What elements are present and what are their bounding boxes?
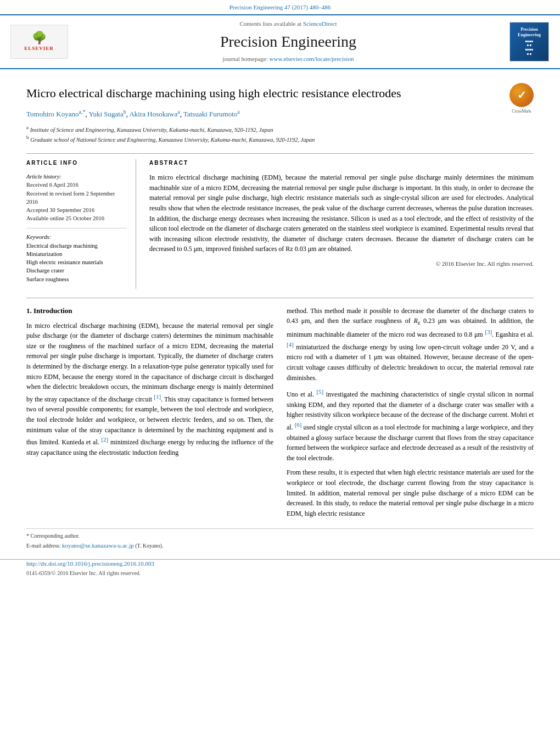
article-info-column: Article Info Article history: Received 6… [26,159,136,289]
article-footer: http://dx.doi.org/10.1016/j.precisioneng… [0,559,560,583]
email-note: E-mail address: koyano@se.kanazawa-u.ac.… [0,542,560,550]
intro-heading: 1. Introduction [26,306,273,316]
elsevier-label: ELSEVIER [24,45,54,52]
author-3: Akira Hosokawa [129,110,177,118]
affiliation-b: b Graduate school of National Science an… [26,134,534,144]
accepted-date: Accepted 30 September 2016 [26,206,127,214]
keywords-group: Keywords: Electrical discharge machining… [26,233,127,283]
article-body: ✓ CrossMark Micro electrical discharge m… [0,69,560,528]
crossmark-badge[interactable]: ✓ CrossMark [509,83,534,107]
article-title: Micro electrical discharge machining usi… [26,86,411,102]
abstract-section: Abstract In micro electrical discharge m… [149,159,534,289]
received-date: Received 6 April 2016 [26,181,127,189]
journal-reference: Precision Engineering 47 (2017) 480–486 [0,0,560,14]
crossmark-label: CrossMark [509,108,534,115]
abstract-label: Abstract [149,159,534,168]
right-column: method. This method made it possible to … [287,306,534,523]
info-abstract-section: Article Info Article history: Received 6… [26,153,534,289]
corresponding-author-note: * Corresponding author. [0,532,560,540]
email-link[interactable]: koyano@se.kanazawa-u.ac.jp [62,542,134,549]
affiliations: a Institute of Science and Engineering, … [26,124,534,144]
homepage-link[interactable]: www.elsevier.com/locate/precision [270,55,354,62]
journal-title: Precision Engineering [75,31,502,53]
keyword-5: Surface roughness [26,275,127,283]
keyword-2: Miniaturization [26,250,127,258]
intro-para-2: method. This method made it possible to … [287,306,534,383]
article-info-label: Article Info [26,159,127,168]
main-body-columns: 1. Introduction In micro electrical disc… [26,306,534,523]
doi-line: http://dx.doi.org/10.1016/j.precisioneng… [26,560,534,568]
author-4: Tatsuaki Furumoto [183,110,237,118]
keywords-label: Keywords: [26,233,127,241]
keyword-3: High electric resistance materials [26,258,127,266]
elsevier-logo-image: 🌳 ELSEVIER [10,25,68,59]
left-column: 1. Introduction In micro electrical disc… [26,306,273,523]
affiliation-a: a Institute of Science and Engineering, … [26,124,534,134]
homepage-line: journal homepage: www.elsevier.com/locat… [75,55,502,64]
contents-line: Contents lists available at ScienceDirec… [75,20,502,29]
pe-logo: PrecisionEngineering ■■■■■ ■■■■■■ ■ [509,22,549,62]
author-2: Yuki Sugata [88,110,123,118]
article-history: Article history: Received 6 April 2016 R… [26,172,127,222]
footer-rule [26,528,534,529]
section-divider [26,298,534,298]
journal-header: 🌳 ELSEVIER Contents lists available at S… [0,14,560,69]
received-revised-date: Received in revised form 2 September 201… [26,189,127,206]
crossmark-icon: ✓ [509,83,534,107]
intro-para-1: In micro electrical discharge machining … [26,321,273,458]
doi-link[interactable]: http://dx.doi.org/10.1016/j.precisioneng… [26,560,154,567]
keyword-4: Discharge crater [26,266,127,275]
abstract-copyright: © 2016 Elsevier Inc. All rights reserved… [149,260,534,269]
sciencedirect-link[interactable]: ScienceDirect [303,20,337,27]
history-label: Article history: [26,172,127,181]
elsevier-logo: 🌳 ELSEVIER [9,25,69,59]
author-1: Tomohiro Koyano [26,110,79,118]
footer-copyright: 0141-6359/© 2016 Elsevier Inc. All right… [26,570,534,578]
keyword-1: Electrical discharge machining [26,242,127,250]
pe-logo-container: PrecisionEngineering ■■■■■ ■■■■■■ ■ [507,22,551,62]
keywords-list: Electrical discharge machining Miniaturi… [26,242,127,283]
journal-header-center: Contents lists available at ScienceDirec… [75,20,502,64]
available-date: Available online 25 October 2016 [26,214,127,222]
intro-para-4: From these results, it is expected that … [287,467,534,518]
authors-line: Tomohiro Koyanoa,*, Yuki Sugatab, Akira … [26,108,534,120]
elsevier-tree-icon: 🌳 [32,32,47,44]
intro-para-3: Uno et al. [5] investigated the machinin… [287,387,534,463]
abstract-text: In micro electrical discharge machining … [149,172,534,254]
